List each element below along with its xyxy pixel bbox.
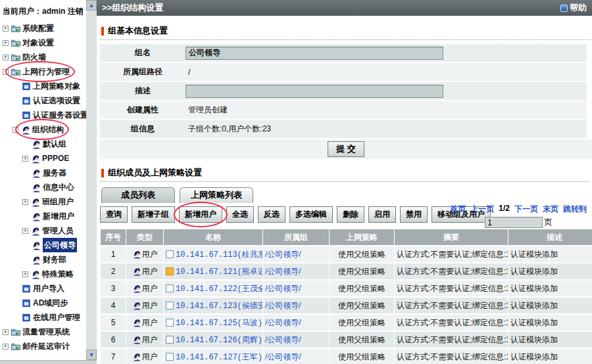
user-link[interactable]: 10.141.67.127(王军) [176, 353, 262, 362]
collapse-minus-icon[interactable]: - [3, 69, 9, 75]
scroll-up-icon[interactable]: ▲ [86, 0, 97, 11]
sidebar-item[interactable]: +对象设置 [0, 35, 86, 50]
scroll-down-icon[interactable]: ▼ [86, 350, 97, 360]
toolbar-button[interactable]: 新增子组 [132, 206, 175, 223]
user-link[interactable]: 10.141.67.122(王茂全) [176, 284, 262, 294]
sidebar-item-label[interactable]: 流量管理系统 [22, 325, 70, 339]
toolbar-button[interactable]: 反选 [258, 206, 285, 223]
group-link[interactable]: /公司领导/ [265, 352, 301, 361]
sidebar-item[interactable]: -组织结构 [0, 122, 86, 137]
help-button[interactable]: 帮助 [560, 0, 587, 16]
sidebar-item[interactable]: +防火墙 [0, 50, 86, 64]
sidebar-item-label[interactable]: PPPOE [42, 151, 69, 166]
group-link[interactable]: /公司领导/ [265, 284, 301, 293]
sidebar-item-label[interactable]: 特殊策略 [42, 267, 74, 281]
expand-plus-icon[interactable]: + [3, 344, 9, 350]
sidebar-item[interactable]: 信息中心 [0, 180, 86, 194]
sidebar-item[interactable]: -上网行为管理 [0, 64, 86, 79]
sidebar-item-label[interactable]: 财务部 [43, 252, 66, 267]
pagination-first[interactable]: 首页 [450, 204, 466, 215]
row-checkbox[interactable] [166, 336, 174, 344]
pagination-next[interactable]: 下一页 [514, 204, 538, 215]
add-user-button[interactable]: 新增用户 [179, 206, 222, 223]
sidebar-item-label[interactable]: 认证服务器设置 [33, 108, 86, 122]
group-link[interactable]: /公司领导/ [265, 335, 301, 344]
pagination-jump-label[interactable]: 跳转到 [563, 204, 587, 215]
sidebar-item-label[interactable]: 默认组 [43, 137, 66, 151]
sidebar-item-label[interactable]: 公司领导 [43, 238, 77, 252]
toolbar-button[interactable]: 删除 [337, 206, 364, 223]
row-checkbox[interactable] [166, 267, 174, 275]
toolbar-button[interactable]: 全选 [226, 206, 254, 223]
expand-plus-icon[interactable]: + [3, 55, 9, 60]
sidebar-item-label[interactable]: 防火墙 [22, 50, 46, 64]
sidebar-scrollbar[interactable]: ▲ ▼ [86, 0, 97, 360]
tab[interactable]: 成员列表 [101, 187, 175, 203]
sidebar-item[interactable]: 认证服务器设置 [0, 108, 86, 122]
user-link[interactable]: 10.141.67.125(马波) [176, 319, 262, 328]
sidebar-item[interactable]: 公司领导 [0, 238, 86, 252]
collapse-minus-icon[interactable]: - [12, 127, 18, 133]
page-jump-input[interactable] [485, 217, 543, 228]
sidebar-item[interactable]: 上网策略对象 [0, 79, 86, 93]
sidebar-item-label[interactable]: 上网行为管理 [22, 64, 70, 79]
toolbar-button[interactable]: 多选编辑 [289, 206, 333, 223]
sidebar-item-label[interactable]: 信息中心 [43, 180, 74, 194]
sidebar-item-label[interactable]: 系统配置 [22, 21, 54, 35]
sidebar-item[interactable]: +流量管理系统 [0, 325, 86, 339]
sidebar-item[interactable]: +PPPOE [0, 151, 86, 166]
submit-button[interactable]: 提 交 [328, 141, 364, 157]
user-link[interactable]: 10.141.67.126(周辉) [176, 336, 262, 345]
row-checkbox[interactable] [166, 250, 174, 258]
sidebar-item-label[interactable]: AD域同步 [33, 296, 68, 310]
expand-plus-icon[interactable]: + [3, 329, 9, 335]
field-input[interactable] [185, 47, 443, 60]
sidebar-item[interactable]: 认证选项设置 [0, 93, 86, 108]
sidebar-item[interactable]: 财务部 [0, 252, 86, 267]
sidebar-item[interactable]: 服务器 [0, 166, 86, 180]
toolbar-button[interactable]: 查询 [100, 206, 128, 223]
sidebar-item-label[interactable]: 认证选项设置 [33, 93, 80, 108]
sidebar-item[interactable]: 在线用户管理 [0, 310, 86, 325]
row-checkbox[interactable] [166, 284, 174, 292]
sidebar-item-label[interactable]: 服务器 [43, 166, 66, 180]
pagination-prev[interactable]: 上一页 [470, 204, 494, 215]
sidebar-item-label[interactable]: 班组用户 [42, 194, 74, 209]
toolbar-button[interactable]: 启用 [368, 206, 396, 223]
sidebar-item[interactable]: AD域同步 [0, 296, 86, 310]
group-link[interactable]: /公司领导/ [265, 301, 301, 310]
sidebar-item[interactable]: 新增用户 [0, 209, 86, 223]
expand-plus-icon[interactable]: + [22, 156, 28, 162]
group-link[interactable]: /公司领导/ [265, 318, 301, 327]
sidebar-item[interactable]: +管理人员 [0, 223, 86, 238]
tab[interactable]: 上网策略列表 [180, 187, 253, 203]
sidebar-item-label[interactable]: 新增用户 [43, 209, 74, 223]
field-input[interactable] [185, 85, 443, 98]
row-checkbox[interactable] [166, 353, 174, 361]
sidebar-item[interactable]: 用户导入 [0, 281, 86, 296]
sidebar-item-label[interactable]: 管理人员 [42, 223, 74, 238]
user-link[interactable]: 10.141.67.123(侯德安) [176, 302, 262, 311]
sidebar-item[interactable]: +系统配置 [0, 21, 86, 35]
toolbar-button[interactable]: 禁用 [400, 206, 428, 223]
sidebar-item-label[interactable]: 在线用户管理 [33, 310, 80, 325]
sidebar-item-label[interactable]: 邮件延迟审计 [22, 339, 70, 353]
expand-plus-icon[interactable]: + [3, 40, 9, 46]
sidebar-item-label[interactable]: 组织结构 [32, 122, 64, 137]
sidebar-item[interactable]: +特殊策略 [0, 267, 86, 281]
sidebar-item[interactable]: +班组用户 [0, 194, 86, 209]
row-checkbox[interactable] [166, 302, 174, 309]
expand-plus-icon[interactable]: + [22, 228, 28, 234]
sidebar-item-label[interactable]: 对象设置 [22, 35, 54, 50]
group-link[interactable]: /公司领导/ [265, 250, 301, 259]
sidebar-item[interactable]: 默认组 [0, 137, 86, 151]
row-checkbox[interactable] [166, 319, 174, 327]
sidebar-item-label[interactable]: 上网策略对象 [33, 79, 80, 93]
expand-plus-icon[interactable]: + [3, 26, 9, 32]
expand-plus-icon[interactable]: + [22, 199, 28, 205]
sidebar-item-label[interactable]: 用户导入 [33, 281, 64, 296]
pagination-last[interactable]: 末页 [543, 204, 558, 215]
sidebar-item[interactable]: +邮件延迟审计 [0, 339, 86, 353]
logout-link[interactable]: 注销 [68, 7, 84, 16]
group-link[interactable]: /公司领导/ [265, 267, 301, 276]
